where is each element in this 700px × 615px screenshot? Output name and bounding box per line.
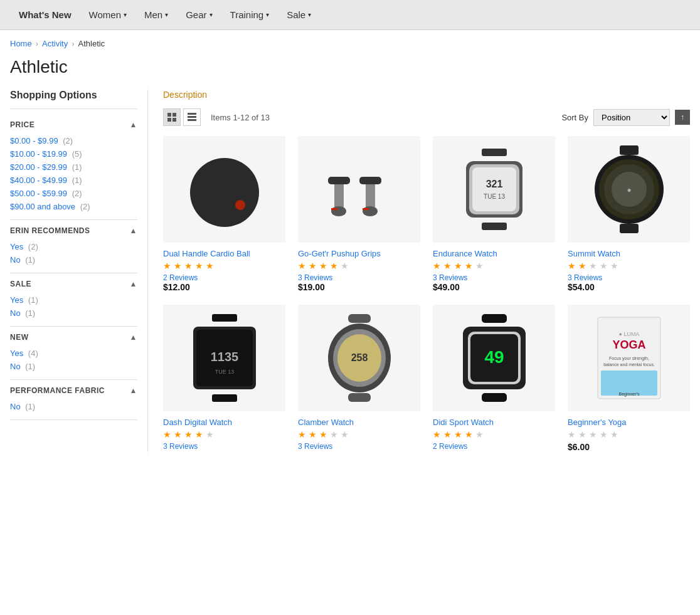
filter-header[interactable]: ERIN RECOMMENDS▲: [10, 226, 137, 235]
product-image[interactable]: [163, 136, 285, 243]
grid-view-button[interactable]: [163, 108, 181, 126]
product-name[interactable]: Dual Handle Cardio Ball: [163, 249, 250, 258]
nav-item-sale[interactable]: Sale▾: [278, 9, 320, 20]
star-filled: ★: [319, 261, 327, 271]
filter-option[interactable]: Yes (4): [10, 347, 137, 360]
filter-options: No (1): [10, 400, 137, 413]
filter-performance-fabric: PERFORMANCE FABRIC▲No (1): [10, 380, 137, 420]
sort-direction-button[interactable]: ↑: [675, 110, 690, 125]
filter-option[interactable]: $90.00 and above (2): [10, 200, 137, 213]
filter-option[interactable]: No (1): [10, 360, 137, 373]
svg-rect-31: [212, 314, 237, 322]
product-image[interactable]: ●: [568, 136, 690, 243]
nav-item-gear[interactable]: Gear▾: [177, 9, 221, 20]
product-name[interactable]: Didi Sport Watch: [433, 418, 494, 427]
nav-item-training[interactable]: Training▾: [221, 9, 278, 20]
product-name[interactable]: Beginner's Yoga: [568, 418, 627, 427]
svg-text:321: 321: [485, 179, 502, 189]
svg-rect-5: [188, 116, 196, 118]
product-name[interactable]: Go-Get'r Pushup Grips: [298, 249, 381, 258]
star-filled: ★: [206, 261, 214, 271]
svg-rect-4: [188, 113, 196, 115]
star-filled: ★: [578, 261, 586, 271]
svg-rect-17: [482, 149, 507, 156]
svg-point-7: [190, 158, 259, 227]
product-name[interactable]: Summit Watch: [568, 249, 620, 258]
star-empty: ★: [589, 429, 597, 439]
breadcrumb-home[interactable]: Home: [10, 39, 32, 48]
list-view-button[interactable]: [183, 108, 201, 126]
star-filled: ★: [174, 261, 182, 271]
filter-option[interactable]: $0.00 - $9.99 (2): [10, 134, 137, 147]
review-link[interactable]: 2 Reviews: [433, 442, 467, 451]
filter-option[interactable]: Yes (1): [10, 293, 137, 307]
nav-item-whatsnew[interactable]: What's New: [10, 9, 80, 20]
nav-item-women[interactable]: Women▾: [80, 9, 135, 20]
svg-rect-13: [359, 177, 381, 184]
product-card: Dual Handle Cardio Ball★★★★★2 Reviews$12…: [163, 136, 285, 292]
filter-option[interactable]: No (1): [10, 400, 137, 413]
filter-option[interactable]: No (1): [10, 307, 137, 320]
filter-option[interactable]: Yes (2): [10, 240, 137, 253]
product-name[interactable]: Endurance Watch: [433, 249, 497, 258]
svg-point-14: [363, 206, 378, 216]
star-filled: ★: [319, 429, 327, 439]
filter-header[interactable]: PRICE▲: [10, 120, 137, 129]
nav-item-men[interactable]: Men▾: [135, 9, 177, 20]
filter-sale: SALE▲Yes (1)No (1): [10, 273, 137, 327]
star-filled: ★: [330, 261, 338, 271]
chevron-down-icon: ▾: [165, 11, 168, 18]
review-link[interactable]: 3 Reviews: [298, 273, 332, 282]
sort-label: Sort By: [561, 113, 588, 122]
chevron-up-icon: ▲: [130, 120, 137, 129]
filter-header[interactable]: PERFORMANCE FABRIC▲: [10, 386, 137, 395]
filter-header[interactable]: NEW▲: [10, 333, 137, 342]
review-link[interactable]: 3 Reviews: [298, 442, 332, 451]
star-empty: ★: [578, 429, 586, 439]
page-title: Athletic: [0, 52, 700, 90]
star-filled: ★: [195, 429, 203, 439]
review-link[interactable]: 3 Reviews: [568, 273, 602, 282]
svg-rect-10: [328, 177, 350, 184]
product-stars: ★★★★★: [433, 429, 484, 439]
review-link[interactable]: 3 Reviews: [433, 273, 467, 282]
filter-option[interactable]: $50.00 - $59.99 (2): [10, 187, 137, 200]
filter-option[interactable]: No (1): [10, 253, 137, 266]
svg-rect-6: [188, 119, 196, 121]
star-filled: ★: [174, 429, 182, 439]
filter-price: PRICE▲$0.00 - $9.99 (2)$10.00 - $19.99 (…: [10, 114, 137, 220]
filter-option[interactable]: $10.00 - $19.99 (5): [10, 147, 137, 160]
svg-text:● LUMA: ● LUMA: [618, 331, 639, 337]
chevron-down-icon: ▾: [124, 11, 127, 18]
breadcrumb-current: Athletic: [78, 39, 105, 48]
product-image[interactable]: ● LUMA YOGA Focus your strength, balance…: [568, 305, 690, 411]
filter-options: Yes (1)No (1): [10, 293, 137, 320]
breadcrumb-activity[interactable]: Activity: [42, 39, 68, 48]
product-image[interactable]: 1135 TUE 13: [163, 305, 285, 411]
svg-rect-1: [172, 113, 176, 117]
svg-point-8: [235, 200, 245, 210]
product-name[interactable]: Clamber Watch: [298, 418, 354, 427]
review-link[interactable]: 2 Reviews: [163, 273, 198, 282]
filter-option[interactable]: $40.00 - $49.99 (1): [10, 174, 137, 187]
view-tools: Items 1-12 of 13: [163, 108, 270, 126]
product-image[interactable]: 258: [298, 305, 420, 411]
svg-text:1135: 1135: [210, 350, 238, 364]
star-filled: ★: [309, 429, 317, 439]
sort-select[interactable]: Position Product Name Price: [593, 109, 670, 126]
product-stars: ★★★★★: [298, 429, 349, 439]
product-image[interactable]: 321 TUE 13: [433, 136, 555, 243]
product-image[interactable]: [298, 136, 420, 243]
star-filled: ★: [163, 429, 171, 439]
product-image[interactable]: 49: [433, 305, 555, 411]
sidebar: Shopping Options PRICE▲$0.00 - $9.99 (2)…: [10, 90, 148, 452]
description-link[interactable]: Description: [163, 90, 207, 100]
star-filled: ★: [465, 429, 473, 439]
product-name[interactable]: Dash Digital Watch: [163, 418, 232, 427]
star-filled: ★: [433, 261, 441, 271]
filter-option[interactable]: $20.00 - $29.99 (1): [10, 160, 137, 174]
filter-header[interactable]: SALE▲: [10, 280, 137, 288]
review-link[interactable]: 3 Reviews: [163, 442, 198, 451]
filter-label: PERFORMANCE FABRIC: [10, 386, 105, 395]
star-empty: ★: [589, 261, 597, 271]
